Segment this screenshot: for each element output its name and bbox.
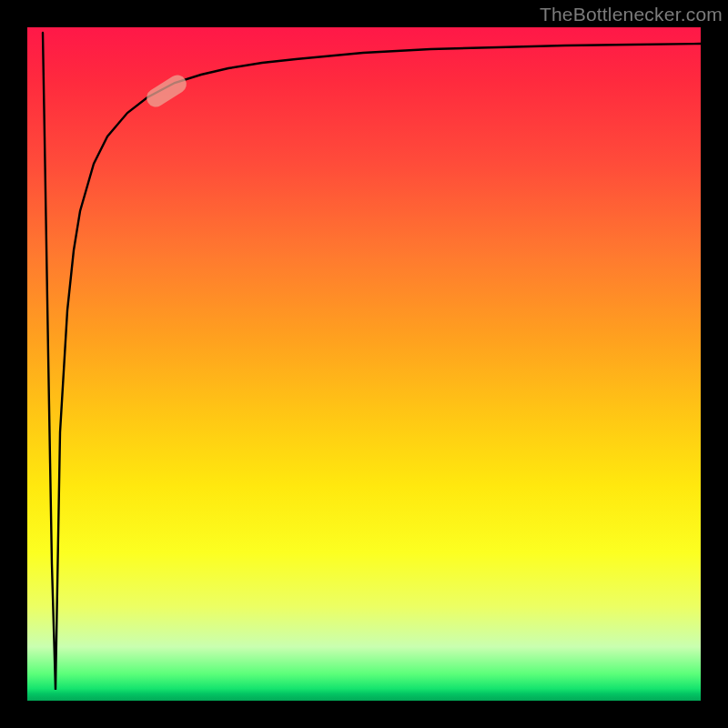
watermark: TheBottlenecker.com (540, 4, 723, 25)
chart-stage: TheBottlenecker.com (0, 0, 728, 728)
plot-area (27, 27, 701, 701)
curve-layer (27, 27, 701, 701)
bottleneck-curve (43, 33, 701, 690)
